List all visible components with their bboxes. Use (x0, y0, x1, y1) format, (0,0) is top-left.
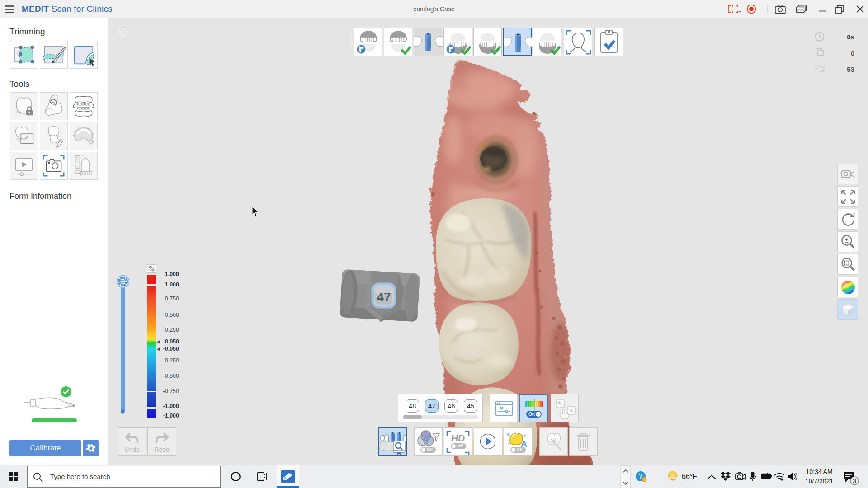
svg-text:3: 3 (853, 478, 856, 484)
svg-text:HD: HD (451, 433, 465, 443)
svg-text:47: 47 (377, 290, 391, 304)
